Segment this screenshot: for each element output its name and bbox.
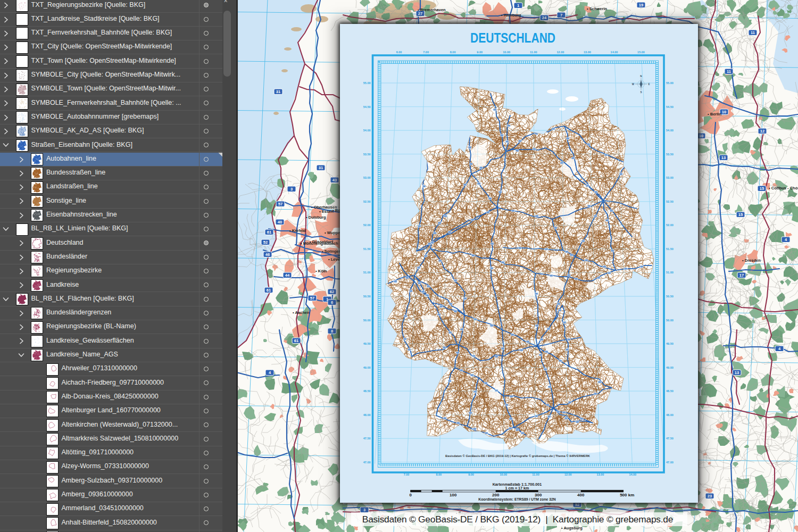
svg-text:47.50: 47.50 [363,437,371,440]
svg-text:6: 6 [331,300,333,305]
svg-text:1: 1 [517,3,519,8]
svg-text:DEUTSCHLAND: DEUTSCHLAND [470,30,555,45]
svg-text:• Bremerhaven: • Bremerhaven [418,7,446,12]
svg-text:11.00: 11.00 [530,51,537,54]
svg-text:49.00: 49.00 [666,366,674,369]
svg-text:8.00: 8.00 [450,51,456,54]
svg-text:13: 13 [721,155,726,160]
svg-text:61: 61 [267,288,271,293]
svg-text:40: 40 [278,220,282,225]
svg-text:500 km: 500 km [620,493,634,497]
svg-text:9.00: 9.00 [477,51,483,54]
svg-text:50.00: 50.00 [363,319,371,322]
svg-text:14.00: 14.00 [611,51,618,54]
svg-text:19: 19 [639,3,643,7]
svg-text:• Berlin: • Berlin [708,112,721,117]
svg-text:52.00: 52.00 [363,223,371,227]
svg-text:48.00: 48.00 [363,413,371,417]
svg-text:400: 400 [577,493,585,497]
svg-text:51.50: 51.50 [666,247,674,251]
svg-text:• Krefeld: • Krefeld [289,228,306,233]
svg-text:0: 0 [409,493,412,497]
svg-text:100: 100 [450,493,457,497]
svg-text:10: 10 [722,110,726,114]
svg-text:• Düsseldorf: • Düsseldorf [310,239,333,244]
svg-text:11.00: 11.00 [532,473,539,476]
svg-text:47.50: 47.50 [666,437,674,440]
svg-text:48.50: 48.50 [363,389,371,393]
svg-text:• Duisburg: • Duisburg [306,215,326,220]
svg-text:49.50: 49.50 [363,342,371,345]
svg-text:11: 11 [751,30,755,35]
svg-text:55.00: 55.00 [363,81,371,85]
svg-text:92: 92 [575,502,579,507]
svg-text:3: 3 [363,508,365,512]
svg-text:8.00: 8.00 [436,473,442,476]
svg-text:51.50: 51.50 [363,247,371,251]
svg-text:• Essen: • Essen [319,209,334,214]
svg-text:• Schwerin: • Schwerin [587,6,607,11]
svg-text:6.00: 6.00 [396,51,402,54]
svg-text:13.00: 13.00 [584,51,591,54]
svg-text:50.00: 50.00 [666,319,674,322]
svg-text:1 cm = 17 km: 1 cm = 17 km [505,486,529,491]
svg-text:54.50: 54.50 [666,105,674,109]
svg-text:52.50: 52.50 [363,200,371,203]
svg-text:55.00: 55.00 [666,81,674,85]
svg-text:54.00: 54.00 [666,129,674,132]
svg-text:49.00: 49.00 [363,366,371,369]
svg-text:54.00: 54.00 [363,129,371,132]
svg-text:• Cottbus - Chóśebuz: • Cottbus - Chóśebuz [769,186,798,190]
svg-text:13: 13 [735,370,739,375]
svg-text:12.00: 12.00 [564,473,572,476]
svg-text:53.00: 53.00 [363,176,371,179]
svg-text:31: 31 [319,165,323,170]
svg-text:• Solingen: • Solingen [322,249,342,254]
svg-text:8: 8 [331,329,333,334]
svg-text:62: 62 [330,289,334,294]
svg-text:Koordinatensystem: ETRS89 / UT: Koordinatensystem: ETRS89 / UTM zone 32N [478,497,555,502]
svg-text:13.00: 13.00 [597,473,604,476]
svg-text:11: 11 [727,69,731,74]
svg-text:57: 57 [310,296,314,301]
svg-text:53.50: 53.50 [363,153,371,156]
svg-text:• Dresden: • Dresden [742,258,761,263]
svg-text:15.00: 15.00 [637,51,645,54]
svg-text:50.50: 50.50 [666,295,674,298]
svg-text:51.00: 51.00 [666,271,674,274]
svg-text:15: 15 [738,212,743,217]
svg-text:17: 17 [739,273,744,278]
svg-text:24: 24 [542,15,547,20]
svg-text:7.00: 7.00 [423,51,429,54]
svg-text:• Oberhausen: • Oberhausen [311,205,337,210]
svg-text:• Augsburg: • Augsburg [561,526,583,530]
svg-text:E: E [648,83,650,86]
svg-text:10.00: 10.00 [503,51,510,54]
svg-text:9.00: 9.00 [468,473,474,476]
svg-text:49.50: 49.50 [666,342,674,345]
svg-text:52.50: 52.50 [666,200,674,203]
svg-text:47.00: 47.00 [666,461,674,464]
svg-text:10: 10 [699,134,703,138]
svg-text:• Aachen: • Aachen [293,310,310,315]
svg-text:3: 3 [290,187,293,192]
svg-text:47.00: 47.00 [363,461,371,464]
svg-text:• Hamburg: • Hamburg [501,13,521,18]
svg-text:31: 31 [276,89,280,94]
svg-text:7: 7 [560,13,562,18]
svg-text:43: 43 [332,178,337,182]
svg-text:• Köln: • Köln [315,269,327,273]
svg-text:51.00: 51.00 [363,271,371,274]
svg-text:23: 23 [708,494,712,498]
svg-text:57: 57 [278,202,282,206]
svg-text:52.00: 52.00 [666,223,674,227]
svg-text:50.50: 50.50 [363,295,371,298]
svg-text:53.00: 53.00 [666,176,674,179]
svg-text:52: 52 [263,240,268,245]
svg-text:46: 46 [265,252,270,257]
svg-text:12: 12 [760,129,764,134]
svg-text:61: 61 [294,338,298,343]
svg-text:Basisdaten © GeoBasis-DE / BKG: Basisdaten © GeoBasis-DE / BKG (2019-12)… [445,454,591,458]
svg-text:54.50: 54.50 [363,105,371,109]
svg-text:53.50: 53.50 [666,153,674,156]
